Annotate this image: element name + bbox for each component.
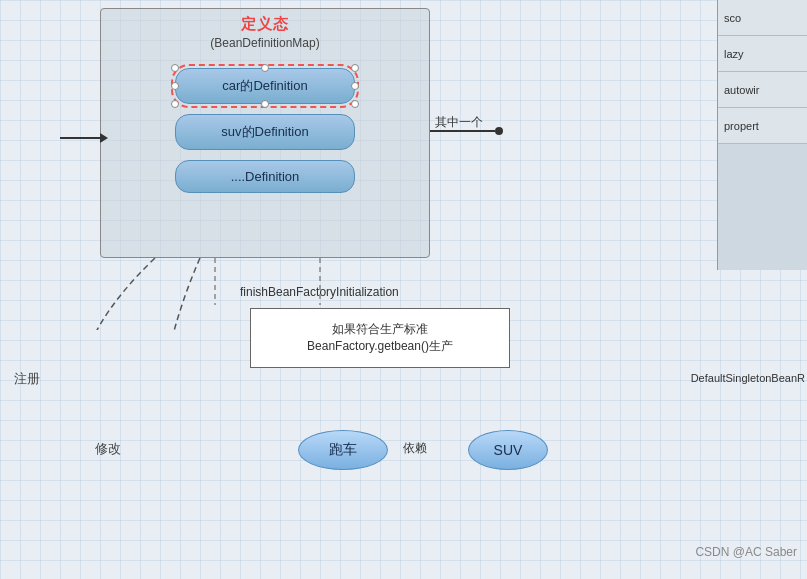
left-arrow (60, 133, 108, 143)
def-item-car-label: car的Definition (222, 78, 307, 93)
arrow-right-line: 其中一个 (430, 130, 495, 132)
def-item-suv[interactable]: suv的Definition (175, 114, 355, 150)
handle-bm (261, 100, 269, 108)
handle-tm (261, 64, 269, 72)
finish-label: finishBeanFactoryInitialization (240, 285, 399, 299)
arrow-right-container: 其中一个 (430, 127, 503, 135)
handle-rm (351, 82, 359, 90)
handle-br (351, 100, 359, 108)
arrow-right-dot (495, 127, 503, 135)
right-panel-autowir: autowir (718, 72, 807, 108)
factory-box-line2: BeanFactory.getbean()生产 (307, 338, 453, 355)
left-arrow-head (100, 133, 108, 143)
definition-container: 定义态 (BeanDefinitionMap) car的Definition s… (100, 8, 430, 258)
right-panel-lazy: lazy (718, 36, 807, 72)
right-panel-propert: propert (718, 108, 807, 144)
zhu-ce-label: 注册 (14, 370, 40, 388)
right-panel-sco: sco (718, 0, 807, 36)
def-item-car[interactable]: car的Definition (175, 68, 355, 104)
definition-items: car的Definition suv的Definition ....Defini… (101, 68, 429, 193)
main-canvas: sco lazy autowir propert 定义态 (BeanDefini… (0, 0, 807, 579)
oval-paoche: 跑车 (298, 430, 388, 470)
oval-suv-label: SUV (494, 442, 523, 458)
rely-label: 依赖 (403, 440, 427, 457)
definition-title-cn: 定义态 (101, 15, 429, 34)
definition-title-en: (BeanDefinitionMap) (101, 36, 429, 50)
factory-box-line1: 如果符合生产标准 (332, 321, 428, 338)
def-item-dots[interactable]: ....Definition (175, 160, 355, 193)
right-panel: sco lazy autowir propert (717, 0, 807, 270)
left-arrow-line (60, 137, 100, 139)
oval-paoche-label: 跑车 (329, 441, 357, 459)
singleton-label: DefaultSingletonBeanR (691, 372, 805, 384)
handle-tr (351, 64, 359, 72)
arrow-right-label: 其中一个 (435, 114, 483, 131)
handle-bl (171, 100, 179, 108)
csdn-watermark: CSDN @AC Saber (695, 545, 797, 559)
def-item-suv-label: suv的Definition (221, 124, 308, 139)
xiu-gai-label: 修改 (95, 440, 121, 458)
factory-box: 如果符合生产标准 BeanFactory.getbean()生产 (250, 308, 510, 368)
handle-tl (171, 64, 179, 72)
oval-suv: SUV (468, 430, 548, 470)
def-item-dots-label: ....Definition (231, 169, 300, 184)
handle-lm (171, 82, 179, 90)
